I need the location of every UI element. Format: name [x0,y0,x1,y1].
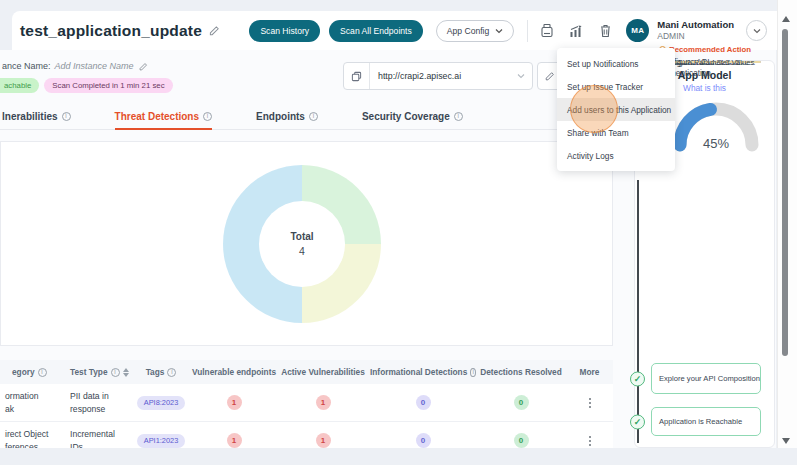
check-circle-icon: ✓ [630,414,645,429]
user-info: Mani Automation ADMIN [657,20,734,42]
chevron-down-icon [495,28,503,34]
status-badges: achable Scan Completed in 1 min 21 sec [0,78,173,93]
test-type-cell: Incremental IDs [62,428,130,448]
menu-item-setup-notifications[interactable]: Set up Notifications [557,52,675,75]
scrollbar-thumb[interactable] [782,29,788,356]
scan-history-button[interactable]: Scan History [249,20,320,42]
gauge-value: 45% [664,136,768,151]
tag-pill: API1:2023 [137,434,186,448]
info-icon[interactable]: i [111,368,120,377]
detections-resolved-badge: 0 [514,395,529,410]
informational-detections-badge: 0 [416,395,431,410]
detections-table: egoryi Test Typei Tagsi Vulnerable endpo… [0,360,613,448]
delete-icon[interactable] [599,23,612,38]
menu-item-setup-issue-tracker[interactable]: Set up Issue Tracker [557,75,675,98]
threat-detections-chart-panel: Total 4 [0,141,613,346]
edit-instance-icon[interactable] [139,62,148,71]
info-icon[interactable]: i [203,112,212,121]
check-circle-icon: ✓ [630,371,645,386]
checklist-step[interactable]: Explore your API Composition [651,363,761,394]
pencil-icon [545,71,555,81]
scroll-down-arrow[interactable] [782,438,790,444]
instance-name-row: ance Name: Add Instance Name [2,61,148,71]
checklist-step[interactable]: Application is Reachable [651,407,761,436]
scan-completed-badge: Scan Completed in 1 min 21 sec [44,78,172,93]
donut-center-label: Total 4 [223,165,381,323]
print-icon[interactable] [540,23,554,38]
info-icon[interactable]: i [454,112,463,121]
app-config-label: App Config [447,26,490,36]
page-title: test_application_update [20,22,202,40]
category-cell: ormation ak [0,390,62,414]
app-url-value: http://crapi2.apisec.ai [370,71,517,81]
app-actions-menu: Set up Notifications Set up Issue Tracke… [557,48,675,171]
category-cell: irect Object ferences [0,428,62,448]
detections-resolved-badge: 0 [514,433,529,448]
test-type-cell: PII data in response [62,390,130,414]
edit-title-icon[interactable] [209,25,220,36]
informational-detections-badge: 0 [416,433,431,448]
more-actions-icon[interactable] [586,395,594,411]
checklist-item: ✓ Application is Reachable [635,407,774,436]
app-model-gauge: 45% [664,95,768,153]
app-config-button[interactable]: App Config [436,20,515,42]
info-icon[interactable]: i [62,112,71,121]
menu-item-add-users[interactable]: Add users to this Application [557,98,675,121]
tab-security-coverage[interactable]: Security Coveragei [362,111,463,130]
copy-url-icon[interactable] [344,63,370,89]
header-divider [527,20,528,42]
scan-all-endpoints-button[interactable]: Scan All Endpoints [329,20,423,42]
tab-threat-detections[interactable]: Threat Detectionsi [115,111,212,130]
tab-bar: lnerabilitiesi Threat Detectionsi Endpoi… [0,106,613,130]
tab-vulnerabilities[interactable]: lnerabilitiesi [2,111,71,130]
menu-item-share-with-team[interactable]: Share with Team [557,121,675,144]
menu-item-activity-logs[interactable]: Activity Logs [557,144,675,167]
tab-endpoints[interactable]: Endpointsi [256,111,318,130]
active-vulnerabilities-badge: 1 [316,395,331,410]
user-role: ADMIN [657,32,734,42]
table-row[interactable]: irect Object ferences Incremental IDs AP… [0,422,613,448]
page-scrollbar[interactable] [777,0,797,448]
active-vulnerabilities-badge: 1 [316,433,331,448]
instance-name-label: ance Name: [2,61,51,71]
donut-chart: Total 4 [223,165,381,323]
info-icon[interactable]: i [38,368,47,377]
vulnerable-endpoints-badge: 1 [227,395,242,410]
info-icon[interactable]: i [167,368,176,377]
table-header-row: egoryi Test Typei Tagsi Vulnerable endpo… [0,360,613,384]
url-chevron-down-icon[interactable] [517,73,532,79]
table-row[interactable]: ormation ak PII data in response API8:20… [0,384,613,422]
checklist-item: ✓ Explore your API Composition [635,363,774,394]
checklist-timeline [637,180,639,443]
tag-pill: API8:2023 [137,396,186,410]
user-menu-chevron[interactable] [746,20,767,41]
info-icon[interactable]: i [309,112,318,121]
vulnerable-endpoints-badge: 1 [227,433,242,448]
header-icon-group [540,23,612,38]
sort-icon[interactable] [123,368,129,377]
more-actions-icon[interactable] [586,433,594,449]
scroll-up-arrow[interactable] [782,16,790,22]
reachable-badge: achable [0,78,39,93]
user-name: Mani Automation [657,20,734,31]
app-url-select[interactable]: http://crapi2.apisec.ai [343,62,533,90]
avatar[interactable]: MA [626,19,649,42]
instance-name-placeholder[interactable]: Add Instance Name [55,61,134,71]
chevron-down-icon [753,28,761,34]
analytics-icon[interactable] [569,24,584,38]
